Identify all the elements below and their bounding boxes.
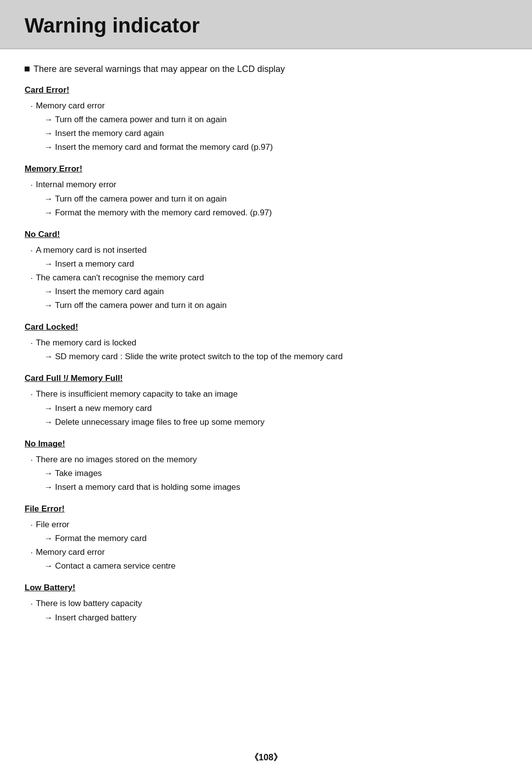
section-heading-card-full: Card Full !/ Memory Full! <box>25 374 507 383</box>
section-low-battery: Low Battery!·There is low battery capaci… <box>25 583 507 624</box>
section-no-image: No Image!·There are no images stored on … <box>25 439 507 494</box>
sub-item: → Format the memory card <box>44 532 507 545</box>
sub-item: → Contact a camera service centre <box>44 559 507 573</box>
item-dot-icon: · <box>31 546 33 559</box>
sub-item: → Insert the memory card again <box>44 127 507 140</box>
item-label: The camera can't recognise the memory ca… <box>36 271 204 284</box>
section-card-error: Card Error!·Memory card error→ Turn off … <box>25 85 507 154</box>
sub-item: → Turn off the camera power and turn it … <box>44 192 507 206</box>
sub-item: → Delete unnecessary image files to free… <box>44 415 507 429</box>
sub-item: → Insert a new memory card <box>44 402 507 415</box>
item-row: ·The camera can't recognise the memory c… <box>31 271 507 285</box>
item-row: ·There is insufficient memory capacity t… <box>31 387 507 401</box>
item-row: ·File error <box>31 518 507 532</box>
item-dot-icon: · <box>31 100 33 113</box>
section-heading-low-battery: Low Battery! <box>25 583 507 593</box>
sub-item: → Insert a memory card that is holding s… <box>44 480 507 494</box>
sub-item: → Insert a memory card <box>44 257 507 271</box>
item-label: Internal memory error <box>36 178 116 191</box>
section-body-low-battery: ·There is low battery capacity→ Insert c… <box>31 597 507 624</box>
item-row: ·There are no images stored on the memor… <box>31 453 507 467</box>
section-heading-card-error: Card Error! <box>25 85 507 95</box>
item-dot-icon: · <box>31 597 33 611</box>
section-heading-card-locked: Card Locked! <box>25 322 507 332</box>
page-footer: 《108》 <box>250 751 282 763</box>
sub-item: → Insert charged battery <box>44 611 507 625</box>
section-body-no-image: ·There are no images stored on the memor… <box>31 453 507 494</box>
item-row: ·Memory card error <box>31 545 507 559</box>
bullet-icon <box>25 67 30 71</box>
sub-item: → Take images <box>44 467 507 480</box>
item-label: File error <box>36 518 69 531</box>
header-bar: Warning indicator <box>0 0 532 49</box>
sub-item: → Insert the memory card again <box>44 285 507 299</box>
section-heading-file-error: File Error! <box>25 504 507 514</box>
item-label: There is low battery capacity <box>36 597 142 610</box>
section-body-card-locked: ·The memory card is locked→ SD memory ca… <box>31 336 507 364</box>
section-body-card-error: ·Memory card error→ Turn off the camera … <box>31 99 507 154</box>
content: There are several warnings that may appe… <box>0 49 532 659</box>
item-dot-icon: · <box>31 388 33 401</box>
section-heading-no-card: No Card! <box>25 230 507 239</box>
item-row: ·A memory card is not inserted <box>31 243 507 257</box>
section-body-card-full: ·There is insufficient memory capacity t… <box>31 387 507 429</box>
item-dot-icon: · <box>31 272 33 285</box>
sub-item: → Insert the memory card and format the … <box>44 140 507 154</box>
item-dot-icon: · <box>31 178 33 192</box>
section-card-full: Card Full !/ Memory Full!·There is insuf… <box>25 374 507 429</box>
section-body-memory-error: ·Internal memory error→ Turn off the cam… <box>31 178 507 219</box>
item-label: There is insufficient memory capacity to… <box>36 387 238 401</box>
item-row: ·The memory card is locked <box>31 336 507 350</box>
section-no-card: No Card!·A memory card is not inserted→ … <box>25 230 507 313</box>
item-dot-icon: · <box>31 453 33 467</box>
section-file-error: File Error!·File error→ Format the memor… <box>25 504 507 573</box>
item-label: A memory card is not inserted <box>36 243 147 257</box>
sub-item: → Turn off the camera power and turn it … <box>44 299 507 312</box>
section-heading-no-image: No Image! <box>25 439 507 449</box>
sub-item: → SD memory card : Slide the write prote… <box>44 350 507 364</box>
page: Warning indicator There are several warn… <box>0 0 532 781</box>
section-heading-memory-error: Memory Error! <box>25 164 507 174</box>
page-title: Warning indicator <box>25 14 507 37</box>
item-row: ·Internal memory error <box>31 178 507 192</box>
section-body-no-card: ·A memory card is not inserted→ Insert a… <box>31 243 507 313</box>
sub-item: → Turn off the camera power and turn it … <box>44 113 507 127</box>
item-label: Memory card error <box>36 545 105 559</box>
item-row: ·There is low battery capacity <box>31 597 507 611</box>
intro-text: There are several warnings that may appe… <box>33 64 285 74</box>
item-row: ·Memory card error <box>31 99 507 113</box>
item-label: The memory card is locked <box>36 336 136 349</box>
item-label: There are no images stored on the memory <box>36 453 197 466</box>
item-dot-icon: · <box>31 337 33 350</box>
section-card-locked: Card Locked!·The memory card is locked→ … <box>25 322 507 364</box>
sections-container: Card Error!·Memory card error→ Turn off … <box>25 85 507 625</box>
item-label: Memory card error <box>36 99 105 112</box>
intro-line: There are several warnings that may appe… <box>25 64 507 74</box>
section-memory-error: Memory Error!·Internal memory error→ Tur… <box>25 164 507 219</box>
item-dot-icon: · <box>31 518 33 532</box>
section-body-file-error: ·File error→ Format the memory card·Memo… <box>31 518 507 573</box>
page-number: 《108》 <box>250 752 282 762</box>
sub-item: → Format the memory with the memory card… <box>44 206 507 220</box>
item-dot-icon: · <box>31 244 33 257</box>
